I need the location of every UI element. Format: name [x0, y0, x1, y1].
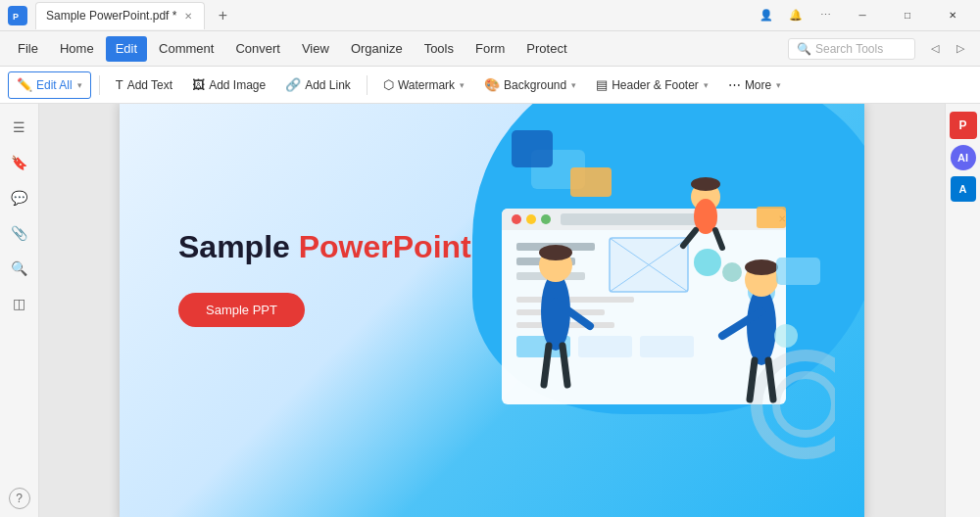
svg-line-42 [768, 360, 773, 400]
svg-point-50 [774, 324, 798, 348]
svg-rect-48 [757, 207, 786, 228]
more-options-button[interactable]: ⋯ [813, 4, 837, 27]
svg-rect-26 [640, 336, 694, 357]
add-text-button[interactable]: T Add Text [108, 71, 180, 99]
avatar-button[interactable]: 👤 [755, 4, 778, 27]
main-area: ☰ 🔖 💬 📎 🔍 ◫ ? [0, 104, 980, 517]
menu-file[interactable]: File [8, 36, 48, 62]
search-icon: 🔍 [797, 42, 811, 56]
svg-line-36 [563, 346, 567, 385]
background-chevron: ▾ [571, 80, 576, 90]
active-tab[interactable]: Sample PowerPoint.pdf * ✕ [35, 2, 205, 29]
svg-rect-11 [561, 213, 717, 225]
titlebar: P Sample PowerPoint.pdf * ✕ + 👤 🔔 ⋯ ─ □ … [0, 0, 980, 31]
svg-point-44 [691, 177, 720, 191]
header-footer-chevron: ▾ [704, 80, 709, 90]
slide-text-section: Sample PowerPoint Sample PPT [178, 228, 471, 327]
svg-point-20 [722, 262, 742, 282]
svg-point-9 [526, 214, 536, 224]
menu-view[interactable]: View [292, 36, 339, 62]
close-button[interactable]: ✕ [933, 2, 972, 29]
svg-point-10 [541, 214, 551, 224]
bookmark-icon[interactable]: 🔖 [4, 147, 35, 178]
slide-title: Sample PowerPoint [178, 228, 471, 265]
add-image-icon: 🖼 [192, 77, 205, 92]
svg-line-41 [750, 360, 755, 400]
header-footer-button[interactable]: ▤ Header & Footer ▾ [588, 71, 716, 99]
new-tab-button[interactable]: + [213, 6, 232, 25]
layers-icon[interactable]: ◫ [4, 288, 35, 319]
help-icon[interactable]: ? [9, 488, 30, 509]
slide-title-black: Sample [178, 229, 290, 264]
menu-organize[interactable]: Organize [341, 36, 413, 62]
menu-form[interactable]: Form [466, 36, 514, 62]
header-footer-icon: ▤ [596, 77, 608, 92]
slide-title-red: PowerPoint [299, 229, 471, 264]
slide-illustration: ✕ [472, 120, 835, 502]
watermark-chevron: ▾ [460, 80, 465, 90]
svg-point-33 [539, 245, 572, 260]
menu-tools[interactable]: Tools [415, 36, 464, 62]
background-icon: 🎨 [484, 77, 500, 92]
forward-nav-button[interactable]: ▷ [949, 37, 972, 61]
minimize-button[interactable]: ─ [843, 2, 882, 29]
right-sidebar: P AI A [945, 104, 980, 517]
search-tools-label: Search Tools [815, 42, 883, 56]
pdf-tool-icon[interactable]: P [950, 112, 977, 139]
tab-close-button[interactable]: ✕ [182, 9, 194, 24]
window-controls: 👤 🔔 ⋯ ─ □ ✕ [755, 2, 972, 29]
menubar: File Home Edit Comment Convert View Orga… [0, 31, 980, 67]
svg-text:P: P [13, 12, 19, 22]
toolbar: ✏️ Edit All ▾ T Add Text 🖼 Add Image 🔗 A… [0, 67, 980, 104]
svg-rect-3 [570, 167, 612, 197]
ms-tool-icon[interactable]: A [951, 176, 976, 202]
svg-point-19 [694, 249, 721, 276]
add-image-button[interactable]: 🖼 Add Image [184, 71, 273, 99]
app-icon: P [8, 6, 27, 25]
background-button[interactable]: 🎨 Background ▾ [476, 71, 584, 99]
toolbar-divider-2 [367, 75, 368, 95]
back-nav-button[interactable]: ◁ [923, 37, 947, 61]
edit-all-label: Edit All [36, 78, 73, 92]
search-icon[interactable]: 🔍 [4, 253, 35, 284]
edit-all-button[interactable]: ✏️ Edit All ▾ [8, 71, 91, 99]
notifications-button[interactable]: 🔔 [784, 4, 808, 27]
left-sidebar: ☰ 🔖 💬 📎 🔍 ◫ ? [0, 104, 39, 517]
more-button[interactable]: ⋯ More ▾ [720, 71, 789, 99]
menu-home[interactable]: Home [50, 36, 104, 62]
search-tools-input[interactable]: 🔍 Search Tools [788, 38, 915, 60]
add-text-icon: T [116, 77, 123, 92]
svg-point-30 [776, 375, 835, 434]
ai-tool-icon[interactable]: AI [951, 145, 976, 170]
svg-line-35 [544, 346, 549, 385]
menu-protect[interactable]: Protect [516, 36, 576, 62]
svg-rect-4 [512, 130, 553, 167]
edit-icon: ✏️ [17, 77, 32, 92]
add-link-icon: 🔗 [285, 77, 301, 92]
menu-comment[interactable]: Comment [149, 36, 223, 62]
menu-edit[interactable]: Edit [106, 36, 147, 62]
slide-cta-button[interactable]: Sample PPT [178, 293, 305, 327]
svg-rect-21 [516, 297, 634, 303]
watermark-icon: ⬡ [383, 77, 394, 92]
svg-rect-25 [578, 336, 632, 357]
tab-title: Sample PowerPoint.pdf * [46, 9, 176, 23]
comment-icon[interactable]: 💬 [4, 182, 35, 213]
slide[interactable]: ✕ [120, 104, 864, 517]
svg-point-39 [745, 259, 778, 275]
svg-rect-49 [776, 258, 820, 285]
pages-icon[interactable]: ☰ [4, 112, 35, 143]
maximize-button[interactable]: □ [888, 2, 927, 29]
watermark-button[interactable]: ⬡ Watermark ▾ [375, 71, 472, 99]
toolbar-divider-1 [99, 75, 100, 95]
add-link-button[interactable]: 🔗 Add Link [277, 71, 359, 99]
svg-point-8 [512, 214, 521, 224]
edit-all-chevron: ▾ [77, 80, 82, 90]
attachment-icon[interactable]: 📎 [4, 217, 35, 249]
more-icon: ⋯ [728, 77, 741, 92]
svg-point-37 [747, 287, 776, 365]
menu-convert[interactable]: Convert [225, 36, 290, 62]
more-chevron: ▾ [776, 80, 781, 90]
document-area: ✕ [39, 104, 945, 517]
